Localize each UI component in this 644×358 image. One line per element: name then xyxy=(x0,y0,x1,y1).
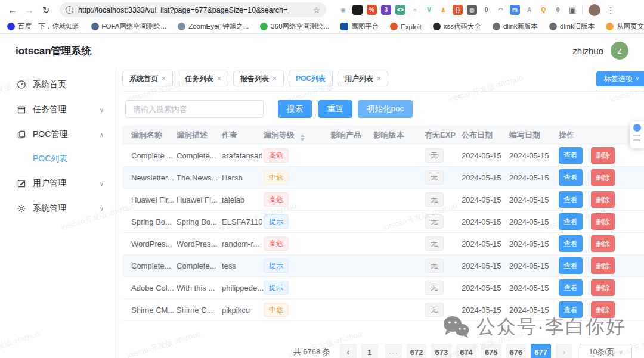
page-button[interactable]: 672 xyxy=(407,344,427,358)
tab-close-icon[interactable]: × xyxy=(377,74,381,83)
cell-author: tess xyxy=(222,262,264,270)
bookmark-item[interactable]: dlink新版本 xyxy=(493,22,538,31)
site-info-icon[interactable]: i xyxy=(66,6,73,14)
delete-button[interactable]: 删除 xyxy=(591,213,615,230)
bookmark-item[interactable]: ZoomEye("钟馗之... xyxy=(178,22,249,31)
bookmark-item[interactable]: 鹰图平台 xyxy=(340,22,379,31)
extension-icon[interactable]: 0 xyxy=(553,5,563,15)
delete-button[interactable]: 删除 xyxy=(591,257,615,274)
extension-icon[interactable]: Q xyxy=(538,5,549,15)
extension-icon[interactable]: % xyxy=(367,5,377,15)
search-button[interactable]: 搜索 xyxy=(278,100,312,118)
bookmark-star-icon[interactable]: ☆ xyxy=(312,5,320,15)
page-button[interactable]: 674 xyxy=(456,344,476,358)
floating-side-widget[interactable] xyxy=(630,121,644,148)
bookmark-item[interactable]: 360网络空间测绘... xyxy=(260,22,329,31)
sort-icon[interactable] xyxy=(300,134,305,141)
view-button[interactable]: 查看 xyxy=(559,147,583,164)
tab-item[interactable]: 任务列表× xyxy=(178,71,228,86)
extension-icon[interactable]: {} xyxy=(453,5,463,15)
page-button[interactable]: 677 xyxy=(531,344,551,358)
sidebar-item-dashboard[interactable]: 系统首页 xyxy=(0,72,116,97)
extension-icon[interactable] xyxy=(352,5,363,15)
cell-actions: 查看删除 xyxy=(559,169,640,186)
user-avatar[interactable]: z xyxy=(611,42,628,60)
search-input[interactable] xyxy=(125,100,264,118)
extension-icon[interactable]: A xyxy=(524,5,534,15)
page-button[interactable]: 1 xyxy=(361,344,378,358)
sidebar-item-users[interactable]: 用户管理 ∨ xyxy=(0,171,116,196)
tab-close-icon[interactable]: × xyxy=(273,74,277,83)
bookmark-label: ZoomEye("钟馗之... xyxy=(188,22,249,31)
bookmark-item[interactable]: Exploit xyxy=(390,23,422,30)
tab-item[interactable]: 报告列表× xyxy=(233,71,284,86)
cell-author: philippede... xyxy=(222,284,264,292)
url-text[interactable]: http://localhost:3333/vul_list?page=677&… xyxy=(78,6,308,14)
bookmark-item[interactable]: 百度一下，你就知道 xyxy=(7,22,80,31)
forward-button[interactable]: → xyxy=(23,4,36,17)
bookmark-item[interactable]: 从网页文本中提取... xyxy=(606,22,644,31)
extension-icon[interactable]: ◉ xyxy=(338,5,348,15)
extension-icon[interactable]: 0 xyxy=(481,5,491,15)
view-button[interactable]: 查看 xyxy=(559,191,583,208)
prev-page-button[interactable]: ‹ xyxy=(340,344,357,358)
tab-item[interactable]: 用户列表× xyxy=(338,71,388,86)
toolbar-divider xyxy=(582,5,583,15)
level-badge: 高危 xyxy=(264,148,289,163)
back-button[interactable]: ← xyxy=(6,4,19,17)
view-button[interactable]: 查看 xyxy=(559,279,583,296)
pagination: 共 6768 条 ‹ 1···672673674675676677 › 10条/… xyxy=(122,344,632,358)
reset-button[interactable]: 重置 xyxy=(318,100,352,118)
reload-button[interactable]: ↻ xyxy=(39,4,52,17)
bookmark-item[interactable]: FOFA网络空间测绘... xyxy=(91,22,167,31)
extension-icon[interactable]: ◍ xyxy=(467,5,477,15)
tab-item[interactable]: 系统首页× xyxy=(122,71,173,86)
page-button[interactable]: 676 xyxy=(506,344,527,358)
page-button[interactable]: 673 xyxy=(431,344,451,358)
column-header-product: 影响产品 xyxy=(330,130,373,141)
delete-button[interactable]: 删除 xyxy=(591,301,615,318)
page-button[interactable]: 675 xyxy=(481,344,501,358)
view-button[interactable]: 查看 xyxy=(559,235,583,252)
next-page-button[interactable]: › xyxy=(556,344,572,358)
exp-badge: 无 xyxy=(425,170,444,185)
page-ellipsis[interactable]: ··· xyxy=(385,344,402,358)
extensions-puzzle-icon[interactable]: ▣ xyxy=(569,5,576,14)
extension-icon[interactable]: V xyxy=(424,5,434,15)
browser-menu-icon[interactable]: ⋮ xyxy=(606,5,615,15)
extension-icon[interactable]: 3 xyxy=(381,5,391,15)
cell-exp: 无 xyxy=(425,303,462,317)
extension-icon[interactable]: ◠ xyxy=(496,5,506,15)
delete-button[interactable]: 删除 xyxy=(591,279,615,296)
tab-close-icon[interactable]: × xyxy=(217,74,221,83)
init-poc-button[interactable]: 初始化poc xyxy=(358,100,413,118)
view-button[interactable]: 查看 xyxy=(559,301,583,318)
username[interactable]: zhizhuo xyxy=(572,46,603,56)
extension-icon[interactable]: ○ xyxy=(410,5,420,15)
sidebar-item-tasks[interactable]: 任务管理 ∨ xyxy=(0,97,116,122)
browser-profile-avatar[interactable] xyxy=(589,4,600,16)
page-size-select[interactable]: 10条/页 ∨ xyxy=(580,344,632,358)
delete-button[interactable]: 删除 xyxy=(591,235,615,252)
tab-close-icon[interactable]: × xyxy=(162,74,166,83)
delete-button[interactable]: 删除 xyxy=(591,169,615,186)
sidebar-item-poc-list-active[interactable]: POC列表 xyxy=(0,147,116,171)
view-button[interactable]: 查看 xyxy=(559,257,583,274)
tab-active[interactable]: POC列表 xyxy=(289,71,333,86)
extension-icon[interactable]: <> xyxy=(395,5,405,15)
delete-button[interactable]: 删除 xyxy=(591,147,615,164)
column-header-level-label: 漏洞等级 xyxy=(264,130,295,139)
extension-icon[interactable]: ♟ xyxy=(438,5,448,15)
bookmark-item[interactable]: dlink旧版本 xyxy=(549,22,595,31)
url-bar[interactable]: i http://localhost:3333/vul_list?page=67… xyxy=(60,2,326,17)
view-button[interactable]: 查看 xyxy=(559,213,583,230)
delete-button[interactable]: 删除 xyxy=(591,191,615,208)
bookmark-item[interactable]: xss代码大全 xyxy=(433,22,481,31)
sidebar-item-system[interactable]: 系统管理 ∨ xyxy=(0,196,116,221)
sidebar-item-poc[interactable]: POC管理 ∧ xyxy=(0,122,116,147)
app-title: iotscan管理系统 xyxy=(16,44,92,58)
view-button[interactable]: 查看 xyxy=(559,169,583,186)
tag-options-button[interactable]: 标签选项 ∨ xyxy=(596,71,644,86)
extension-icon[interactable]: m xyxy=(510,5,520,15)
column-header-level[interactable]: 漏洞等级 xyxy=(264,130,330,141)
